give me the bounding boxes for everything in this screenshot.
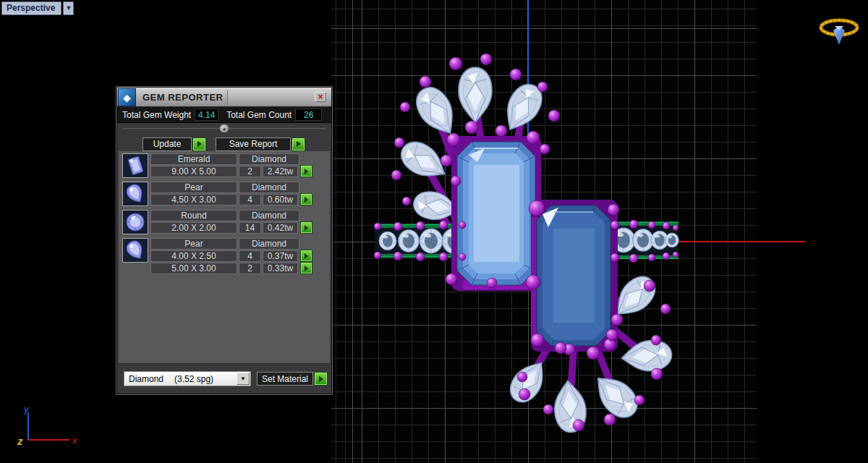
gem-select-run-button[interactable] (301, 263, 312, 273)
material-dropdown-detail: (3.52 spg) (174, 374, 237, 384)
gem-weight-cell: 2.42tw (263, 166, 298, 177)
gem-size-cell: 2.00 X 2.00 (150, 222, 237, 234)
gem-shape-icon (122, 153, 148, 178)
close-icon[interactable]: × (315, 92, 326, 102)
axis-x-label: x (72, 435, 77, 446)
update-run-button[interactable] (193, 138, 205, 150)
gem-count-cell: 2 (239, 166, 261, 177)
material-dropdown[interactable]: Diamond (3.52 spg) ▼ (124, 371, 251, 386)
save-report-run-button[interactable] (292, 138, 305, 150)
totals-bar: Total Gem Weight 4.14 Total Gem Count 26 (117, 107, 331, 123)
gem-table-row: Pear Diamond 4.50 X 3.00 4 0.60tw (122, 182, 330, 206)
gem-shape-cell: Round (150, 210, 237, 221)
gem-shape-icon (122, 182, 148, 206)
gem-select-run-button[interactable] (301, 222, 312, 233)
gem-material-cell: Diamond (239, 153, 299, 165)
gem-weight-cell: 0.60tw (263, 194, 298, 205)
viewport-label[interactable]: Perspective (1, 1, 61, 15)
gem-shape-cell: Emerald (150, 153, 237, 165)
gem-count-cell: 2 (239, 263, 261, 274)
update-button[interactable]: Update (142, 137, 192, 151)
gem-table-row: Pear Diamond 4.00 X 2.50 4 0.37tw 5.00 X… (122, 238, 330, 274)
gem-size-cell: 5.00 X 3.00 (150, 263, 237, 274)
gem-material-cell: Diamond (239, 238, 299, 250)
gem-shape-icon (122, 238, 148, 263)
set-material-run-button[interactable] (315, 373, 327, 385)
total-gem-count-label: Total Gem Count (226, 110, 292, 120)
gem-select-run-button[interactable] (301, 194, 312, 205)
gem-weight-cell: 0.37tw (263, 250, 298, 262)
gem-select-run-button[interactable] (301, 166, 312, 177)
gem-reporter-icon: ◆ (118, 88, 136, 106)
gem-size-row: 5.00 X 3.00 2 0.33tw (150, 263, 312, 274)
axis-z-label: z (17, 435, 23, 447)
gem-size-row: 4.50 X 3.00 4 0.60tw (150, 194, 312, 205)
material-bar: Diamond (3.52 spg) ▼ Set Material (117, 363, 331, 394)
gem-size-row: 4.00 X 2.50 4 0.37tw (150, 250, 312, 262)
total-gem-weight-label: Total Gem Weight (122, 110, 191, 120)
gem-count-cell: 14 (239, 222, 261, 234)
gem-count-cell: 4 (239, 194, 261, 205)
gem-material-cell: Diamond (239, 182, 299, 193)
gem-shape-cell: Pear (150, 182, 237, 193)
gem-size-row: 2.00 X 2.00 14 0.42tw (150, 222, 312, 234)
material-dropdown-value: Diamond (129, 374, 163, 384)
gem-weight-cell: 0.33tw (263, 263, 298, 274)
gem-size-cell: 4.50 X 3.00 (150, 194, 237, 205)
dialog-title: GEM REPORTER (142, 92, 227, 103)
gem-select-run-button[interactable] (301, 250, 312, 261)
gem-weight-cell: 0.42tw (263, 222, 298, 234)
gem-table-row: Emerald Diamond 9.00 X 5.00 2 2.42tw (122, 153, 330, 178)
gem-table-row: Round Diamond 2.00 X 2.00 14 0.42tw (122, 210, 330, 234)
construction-grid (331, 0, 757, 463)
gem-size-cell: 9.00 X 5.00 (150, 166, 237, 177)
total-gem-count-value: 26 (295, 109, 322, 121)
gem-table: Emerald Diamond 9.00 X 5.00 2 2.42tw Pea… (119, 151, 330, 363)
dialog-titlebar[interactable]: ◆ GEM REPORTER × (117, 88, 331, 107)
save-report-button[interactable]: Save Report (216, 137, 291, 151)
gem-shape-icon (122, 210, 148, 234)
chevron-down-icon[interactable]: ▼ (237, 373, 250, 385)
viewport-dropdown-arrow[interactable]: ▼ (63, 1, 74, 15)
gem-reporter-dialog: ◆ GEM REPORTER × Total Gem Weight 4.14 T… (116, 87, 332, 394)
gem-size-row: 9.00 X 5.00 2 2.42tw (150, 166, 312, 177)
total-gem-weight-value: 4.14 (195, 109, 218, 121)
axis-gizmo: y x z (10, 402, 90, 457)
collapse-strip: ▲ (117, 123, 331, 134)
gem-size-cell: 4.00 X 2.50 (150, 250, 237, 262)
gem-shape-cell: Pear (150, 238, 237, 250)
gem-count-cell: 4 (239, 250, 261, 262)
titlebar-right-section: × (227, 90, 328, 105)
app-logo-icon (819, 17, 859, 51)
collapse-handle[interactable]: ▲ (219, 124, 229, 133)
set-material-button[interactable]: Set Material (257, 372, 313, 386)
gem-material-cell: Diamond (239, 210, 299, 221)
